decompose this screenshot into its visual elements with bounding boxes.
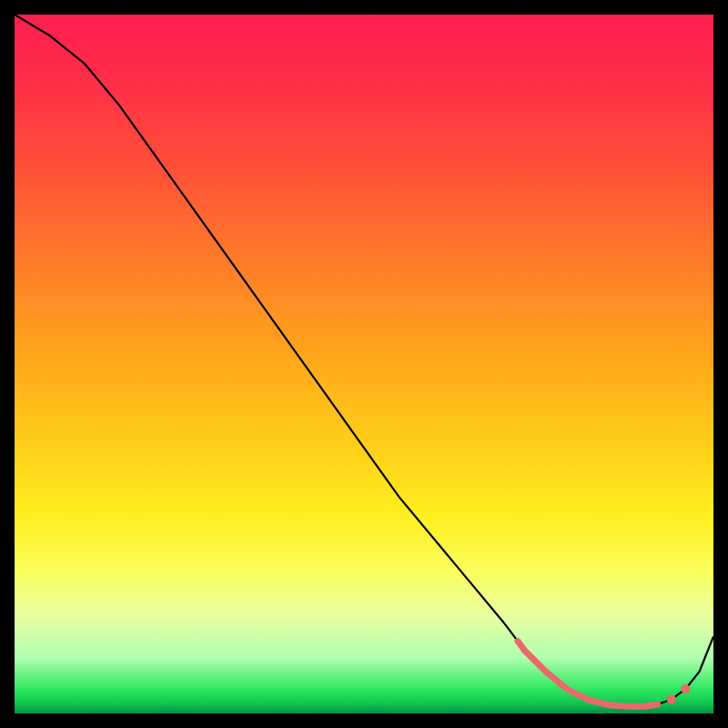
marker-dot bbox=[681, 684, 690, 693]
chart-frame: TheBottlenecker.com bbox=[15, 15, 713, 713]
marker-dot bbox=[667, 695, 676, 704]
gradient-background bbox=[15, 15, 713, 713]
bottleneck-chart bbox=[15, 15, 713, 713]
